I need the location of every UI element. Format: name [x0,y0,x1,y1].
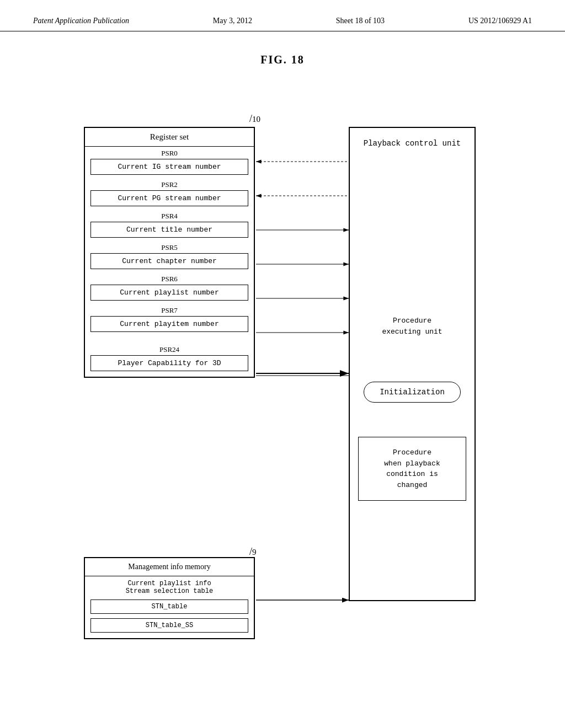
psr4-label: PSR4 [85,210,254,222]
psr0-value: Current IG stream number [90,159,248,175]
psr2-value: Current PG stream number [90,190,248,206]
psr6-value: Current playlist number [90,285,248,301]
diagram: /10 Register set PSR0 Current IG stream … [67,94,498,623]
psr24-label: PSR24 [85,343,254,355]
procedure-executing-label: Procedureexecuting unit [350,315,475,337]
psr0-label: PSR0 [85,147,254,159]
mgmt-text: Current playlist infoStream selection ta… [85,576,254,598]
psr4-value: Current title number [90,222,248,238]
playback-control-label: Playback control unit [350,139,475,148]
publication-label: Patent Application Publication [33,17,129,25]
header: Patent Application Publication May 3, 20… [0,0,565,31]
page: Patent Application Publication May 3, 20… [0,0,565,728]
date-label: May 3, 2012 [213,17,252,25]
psr7-value: Current playitem number [90,316,248,332]
register-set-box: Register set PSR0 Current IG stream numb… [84,127,255,378]
sheet-label: Sheet 18 of 103 [336,17,385,25]
register-box-title: Register set [85,128,254,147]
figure-title: FIG. 18 [0,53,565,66]
patent-label: US 2012/106929 A1 [468,17,532,25]
psr6-label: PSR6 [85,272,254,285]
stn-table-ss-box: STN_table_SS [90,618,248,633]
procedure-playback-box: Procedurewhen playbackcondition ischange… [358,437,466,501]
psr5-label: PSR5 [85,241,254,253]
psr5-value: Current chapter number [90,253,248,269]
mgmt-box: Management info memory Current playlist … [84,557,255,639]
bracket-9-label: /9 [249,546,257,558]
initialization-oval: Initialization [364,382,461,403]
psr24-value: Player Capability for 3D [90,355,248,371]
psr2-label: PSR2 [85,178,254,190]
control-box: Playback control unit Procedureexecuting… [349,127,476,601]
mgmt-box-title: Management info memory [85,558,254,576]
psr7-label: PSR7 [85,304,254,316]
stn-table-box: STN_table [90,599,248,614]
bracket-10-label: /10 [249,113,260,125]
